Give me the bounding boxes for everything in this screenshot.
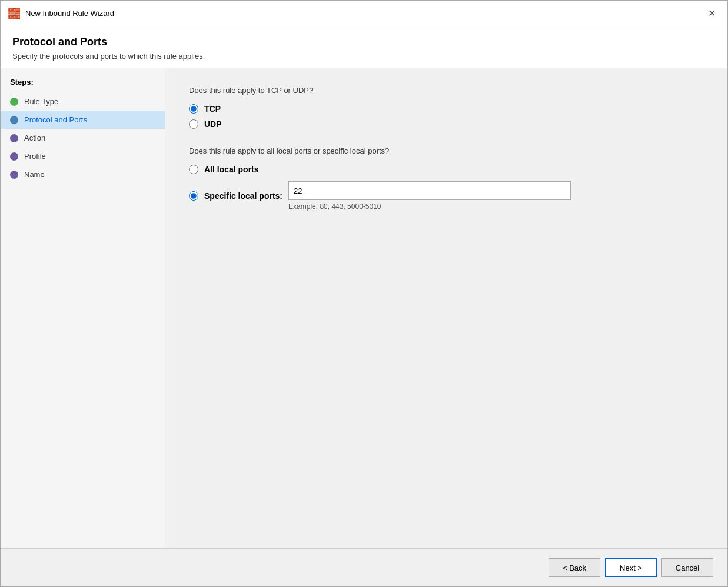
- udp-option[interactable]: UDP: [189, 119, 704, 129]
- step-dot-name: [10, 171, 18, 179]
- sidebar-item-protocol-ports[interactable]: Protocol and Ports: [1, 111, 165, 129]
- title-bar-left: 🧱 New Inbound Rule Wizard: [8, 7, 114, 20]
- sidebar: Steps: Rule Type Protocol and Ports Acti…: [1, 68, 165, 548]
- step-dot-rule-type: [10, 98, 18, 106]
- main-content: Does this rule apply to TCP or UDP? TCP …: [165, 68, 727, 548]
- step-label-profile: Profile: [24, 152, 46, 161]
- ports-section: Does this rule apply to all local ports …: [189, 146, 704, 211]
- sidebar-item-action[interactable]: Action: [1, 129, 165, 147]
- next-button[interactable]: Next >: [605, 558, 657, 577]
- close-button[interactable]: ✕: [703, 5, 720, 22]
- sidebar-item-rule-type[interactable]: Rule Type: [1, 92, 165, 111]
- step-dot-protocol-ports: [10, 116, 18, 124]
- app-icon: 🧱: [8, 7, 21, 20]
- step-dot-profile: [10, 152, 18, 161]
- back-button[interactable]: < Back: [549, 558, 600, 577]
- specific-local-ports-option[interactable]: Specific local ports:: [189, 191, 282, 201]
- specific-local-ports-label: Specific local ports:: [204, 191, 282, 201]
- header-section: Protocol and Ports Specify the protocols…: [1, 26, 727, 68]
- step-label-name: Name: [24, 170, 45, 179]
- page-subtitle: Specify the protocols and ports to which…: [12, 52, 716, 61]
- sidebar-item-name[interactable]: Name: [1, 165, 165, 184]
- page-title: Protocol and Ports: [12, 36, 716, 48]
- all-local-ports-radio[interactable]: [189, 165, 198, 174]
- ports-example: Example: 80, 443, 5000-5010: [288, 202, 571, 211]
- step-dot-action: [10, 134, 18, 142]
- step-label-protocol-ports: Protocol and Ports: [24, 115, 87, 124]
- all-local-ports-option[interactable]: All local ports: [189, 165, 704, 174]
- dialog-window: 🧱 New Inbound Rule Wizard ✕ Protocol and…: [0, 0, 728, 587]
- footer: < Back Next > Cancel: [1, 548, 727, 586]
- ports-radio-group: All local ports Specific local ports: Ex…: [189, 165, 704, 211]
- step-label-rule-type: Rule Type: [24, 97, 58, 106]
- sidebar-item-profile[interactable]: Profile: [1, 147, 165, 165]
- tcp-option[interactable]: TCP: [189, 104, 704, 114]
- cancel-button[interactable]: Cancel: [661, 558, 713, 577]
- specific-ports-row: Specific local ports: Example: 80, 443, …: [189, 181, 704, 211]
- title-bar: 🧱 New Inbound Rule Wizard ✕: [1, 1, 727, 26]
- content-area: Steps: Rule Type Protocol and Ports Acti…: [1, 68, 727, 548]
- dialog-title: New Inbound Rule Wizard: [25, 9, 114, 18]
- tcp-radio[interactable]: [189, 104, 198, 114]
- tcp-udp-question: Does this rule apply to TCP or UDP?: [189, 86, 704, 95]
- tcp-label: TCP: [204, 104, 221, 114]
- step-label-action: Action: [24, 134, 45, 142]
- ports-input-group: Example: 80, 443, 5000-5010: [288, 181, 571, 211]
- udp-label: UDP: [204, 119, 222, 129]
- all-local-ports-label: All local ports: [204, 165, 259, 174]
- udp-radio[interactable]: [189, 119, 198, 129]
- ports-input[interactable]: [288, 181, 571, 200]
- tcp-udp-radio-group: TCP UDP: [189, 104, 704, 129]
- specific-local-ports-radio[interactable]: [189, 191, 198, 201]
- ports-question: Does this rule apply to all local ports …: [189, 146, 704, 155]
- steps-label: Steps:: [1, 78, 165, 92]
